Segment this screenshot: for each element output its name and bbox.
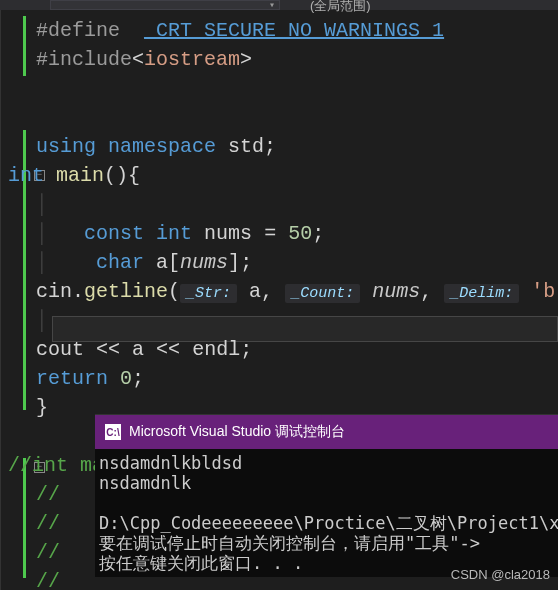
- code-line: cout << a << endl;: [36, 335, 558, 364]
- code-line: using namespace std;: [36, 132, 558, 161]
- param-hint: _Str:: [180, 284, 237, 303]
- code-line: │ const int nums = 50;: [36, 219, 558, 248]
- param-hint: _Count:: [285, 284, 360, 303]
- debug-console: C:\ Microsoft Visual Studio 调试控制台 nsdamd…: [95, 414, 558, 577]
- code-line: │: [36, 190, 558, 219]
- scope-dropdown[interactable]: ▾: [50, 0, 280, 10]
- code-line: [36, 74, 558, 103]
- code-line: int main(){: [8, 161, 558, 190]
- code-line: │: [36, 306, 558, 335]
- toolbar: ▾ (全局范围): [0, 0, 558, 10]
- code-line: │ char a[nums];: [36, 248, 558, 277]
- console-titlebar[interactable]: C:\ Microsoft Visual Studio 调试控制台: [95, 415, 558, 449]
- console-icon: C:\: [105, 424, 121, 440]
- watermark: CSDN @cla2018: [451, 567, 550, 582]
- param-hint: _Delim:: [444, 284, 519, 303]
- code-line: cin.getline(_Str: a, _Count: nums, _Deli…: [36, 277, 558, 306]
- code-line: #include<iostream>: [36, 45, 558, 74]
- code-line: [36, 103, 558, 132]
- code-line: #define _CRT_SECURE_NO_WARNINGS 1: [36, 16, 558, 45]
- console-title-text: Microsoft Visual Studio 调试控制台: [129, 423, 345, 441]
- code-line: return 0;: [36, 364, 558, 393]
- console-output: nsdamdnlkbldsd nsdamdnlk D:\Cpp_Codeeeee…: [95, 449, 558, 577]
